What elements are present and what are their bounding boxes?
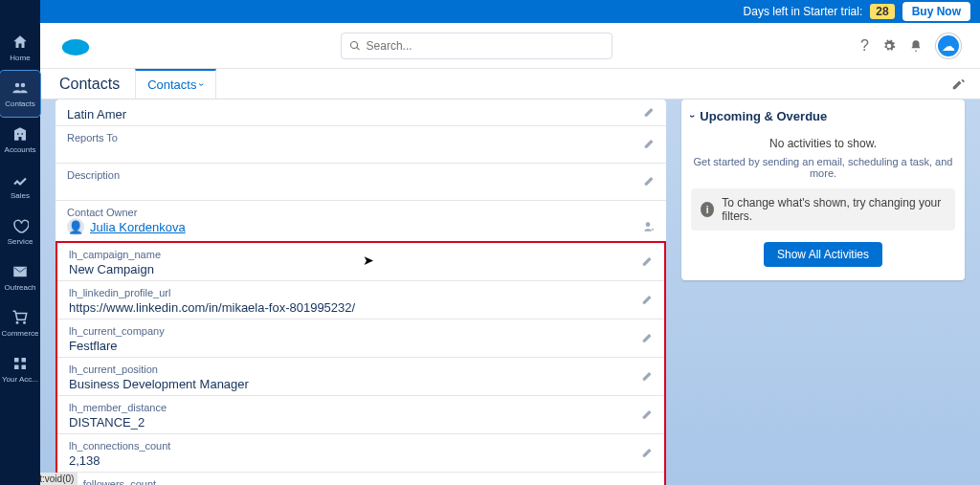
field-lh-position: lh_current_position Business Development… bbox=[57, 358, 664, 396]
cart-icon bbox=[11, 309, 29, 326]
lh-company-value: Festflare bbox=[69, 337, 653, 353]
field-title: Latin Amer bbox=[56, 99, 666, 126]
nav-sales[interactable]: Sales bbox=[0, 163, 40, 209]
global-search[interactable] bbox=[341, 33, 612, 59]
edit-description[interactable] bbox=[643, 174, 657, 190]
lh-url-label: lh_linkedin_profile_url bbox=[69, 287, 653, 298]
lh-campaign-label: lh_campaign_name bbox=[69, 249, 653, 260]
search-input[interactable] bbox=[367, 39, 604, 53]
nav-contacts-label: Contacts bbox=[5, 99, 35, 108]
edit-lh-company[interactable] bbox=[641, 330, 655, 346]
owner-avatar-icon: 👤 bbox=[67, 218, 84, 235]
field-lh-distance: lh_member_distance DISTANCE_2 bbox=[57, 396, 664, 434]
home-icon bbox=[11, 33, 29, 51]
lh-company-label: lh_current_company bbox=[69, 325, 653, 337]
filter-text: To change what's shown, try changing you… bbox=[722, 196, 946, 223]
description-label: Description bbox=[67, 169, 655, 181]
nav-commerce-label: Commerce bbox=[1, 329, 38, 338]
building-icon bbox=[11, 125, 29, 143]
tab-contacts[interactable]: Contacts › bbox=[135, 69, 216, 99]
chart-icon bbox=[11, 171, 29, 188]
activity-heading: Upcoming & Overdue bbox=[700, 109, 827, 123]
edit-lh-url[interactable] bbox=[641, 292, 655, 308]
nav-service[interactable]: Service bbox=[0, 209, 40, 254]
field-reports-to: Reports To bbox=[56, 126, 666, 164]
nav-accounts[interactable]: Accounts bbox=[0, 117, 40, 163]
gear-icon[interactable] bbox=[882, 39, 896, 53]
nav-youraccount-label: Your Acc... bbox=[2, 375, 38, 384]
field-description: Description bbox=[56, 164, 666, 201]
field-title-value: Latin Amer bbox=[67, 105, 655, 121]
description-value bbox=[67, 181, 655, 196]
heart-icon bbox=[11, 217, 29, 234]
activity-card: › Upcoming & Overdue No activities to sh… bbox=[681, 99, 965, 280]
filter-message: i To change what's shown, try changing y… bbox=[691, 188, 955, 231]
lh-followers-label: lh_followers_count bbox=[69, 478, 653, 485]
grid-icon bbox=[11, 355, 29, 372]
show-all-activities-button[interactable]: Show All Activities bbox=[764, 242, 882, 267]
lh-position-label: lh_current_position bbox=[69, 364, 653, 375]
change-owner-icon[interactable] bbox=[641, 220, 655, 233]
lh-campaign-value: New Campaign bbox=[69, 260, 653, 276]
lh-position-value: Business Development Manager bbox=[69, 375, 653, 391]
global-header: ? ☁ bbox=[40, 23, 980, 69]
nav-sales-label: Sales bbox=[11, 191, 30, 200]
nav-home-label: Home bbox=[10, 54, 30, 62]
activity-empty: No activities to show. bbox=[691, 131, 955, 156]
field-lh-followers: lh_followers_count 2,249 bbox=[57, 473, 664, 485]
lh-url-value: https://www.linkedin.com/in/mikaela-fox-… bbox=[69, 298, 653, 315]
nav-outreach-label: Outreach bbox=[5, 283, 36, 292]
details-card: Latin Amer Reports To Description Contac… bbox=[56, 99, 666, 485]
svg-point-0 bbox=[62, 38, 89, 55]
trial-text: Days left in Starter trial: bbox=[744, 5, 863, 18]
help-icon[interactable]: ? bbox=[860, 37, 869, 55]
people-icon bbox=[11, 79, 29, 97]
nav-contacts[interactable]: Contacts bbox=[0, 71, 40, 117]
search-icon bbox=[349, 40, 361, 52]
reports-to-value bbox=[67, 143, 655, 159]
nav-youraccount[interactable]: Your Acc... bbox=[0, 346, 40, 392]
trial-banner: Days left in Starter trial: 28 Buy Now bbox=[0, 0, 980, 23]
buy-now-button[interactable]: Buy Now bbox=[902, 2, 970, 21]
chevron-down-icon[interactable]: › bbox=[687, 115, 698, 118]
edit-lh-connections[interactable] bbox=[641, 445, 655, 461]
nav-accounts-label: Accounts bbox=[5, 145, 36, 154]
lh-distance-value: DISTANCE_2 bbox=[69, 413, 653, 430]
info-icon: i bbox=[701, 202, 714, 217]
left-nav: Home Contacts Accounts Sales Service Out… bbox=[0, 0, 40, 485]
salesforce-logo bbox=[59, 34, 92, 57]
bell-icon[interactable] bbox=[909, 39, 923, 53]
reports-to-label: Reports To bbox=[67, 132, 655, 143]
field-lh-url: lh_linkedin_profile_url https://www.link… bbox=[57, 281, 664, 320]
edit-title[interactable] bbox=[643, 104, 657, 121]
field-lh-campaign: lh_campaign_name New Campaign bbox=[57, 243, 664, 281]
edit-lh-campaign[interactable] bbox=[641, 254, 655, 270]
field-lh-connections: lh_connections_count 2,138 bbox=[57, 434, 664, 473]
page-title: Contacts bbox=[59, 76, 120, 93]
field-owner: Contact Owner 👤 Julia Kordenkova bbox=[56, 201, 666, 239]
tab-contacts-label: Contacts bbox=[147, 77, 196, 92]
edit-reports-to[interactable] bbox=[643, 137, 657, 153]
owner-link[interactable]: Julia Kordenkova bbox=[90, 220, 186, 234]
nav-outreach[interactable]: Outreach bbox=[0, 254, 40, 300]
edit-lh-distance[interactable] bbox=[641, 407, 655, 423]
nav-service-label: Service bbox=[8, 237, 33, 246]
activity-sub: Get started by sending an email, schedul… bbox=[691, 156, 955, 188]
lh-connections-value: 2,138 bbox=[69, 452, 653, 468]
pencil-icon[interactable] bbox=[951, 77, 965, 91]
lh-distance-label: lh_member_distance bbox=[69, 402, 653, 413]
mail-icon bbox=[11, 263, 29, 280]
field-lh-company: lh_current_company Festflare bbox=[57, 320, 664, 358]
nav-commerce[interactable]: Commerce bbox=[0, 300, 40, 346]
lh-connections-label: lh_connections_count bbox=[69, 440, 653, 452]
edit-lh-position[interactable] bbox=[641, 368, 655, 385]
user-avatar[interactable]: ☁ bbox=[936, 33, 961, 58]
object-tabs: Contacts Contacts › bbox=[40, 69, 980, 99]
owner-label: Contact Owner bbox=[67, 207, 655, 218]
lh-fields-highlight: lh_campaign_name New Campaign lh_linkedi… bbox=[56, 241, 666, 485]
nav-home[interactable]: Home bbox=[0, 25, 40, 71]
trial-days-badge: 28 bbox=[870, 4, 894, 19]
chevron-down-icon: › bbox=[197, 83, 208, 86]
